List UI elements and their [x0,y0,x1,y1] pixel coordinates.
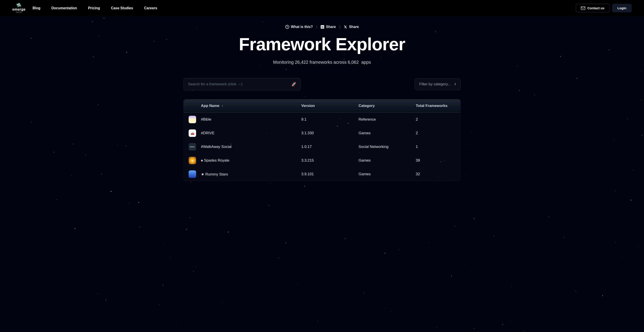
th-version[interactable]: Version [301,104,358,108]
sort-arrow-icon: ↑ [222,104,223,108]
th-app-name[interactable]: App Name ↑ [201,104,301,108]
what-is-this-label: What is this? [291,25,313,29]
td-name: #Bible [201,117,301,122]
chevrons-icon: ▲▼ [454,83,456,85]
ufo-icon: 🛸 [16,3,22,8]
x-icon: 𝕏 [344,25,347,29]
contact-label: Contact us [588,6,604,10]
nav-careers[interactable]: Careers [144,6,157,10]
rocket-icon: 🚀 [292,82,296,87]
app-icon: ♠ [188,157,196,164]
logo[interactable]: 🛸 emerge tools [12,3,26,13]
td-version: 3.3.215 [301,158,358,163]
th-name-label: App Name [201,104,220,108]
logo-subtext: tools [16,11,22,13]
td-version: 1.0.17 [301,145,358,149]
table-container: App Name ↑ Version Category Total Framew… [179,99,465,181]
app-icon: SOCIAL [188,143,196,150]
td-total: 2 [416,117,456,122]
th-icon [188,104,201,108]
subtitle-prefix: Monitoring 26,422 frameworks across 6,06… [273,60,359,65]
th-total[interactable]: Total Frameworks [416,104,456,108]
app-icon: 🚗 [188,129,196,137]
th-category[interactable]: Category [358,104,416,108]
navbar: 🛸 emerge tools Blog Documentation Pricin… [0,0,644,16]
main-content: ? What is this? | in Share | 𝕏 Share Fra… [0,16,644,190]
nav-documentation[interactable]: Documentation [51,6,77,10]
share-linkedin-link[interactable]: in Share [321,25,336,29]
td-name: ★ Rummy Stars [201,172,301,177]
divider: | [340,25,340,29]
contact-button[interactable]: Contact us [576,4,610,12]
td-total: 1 [416,145,456,149]
svg-rect-0 [581,7,585,10]
td-total: 39 [416,158,456,163]
nav-case-studies[interactable]: Case Studies [111,6,133,10]
share-x-link[interactable]: 𝕏 Share [344,25,359,29]
td-category: Games [358,131,416,135]
td-total: 2 [416,131,456,135]
td-name: #DRIVE [201,131,301,135]
td-name: #WalkAway Social [201,145,301,149]
page-title: Framework Explorer [0,34,644,54]
nav-links: Blog Documentation Pricing Case Studies … [32,6,157,10]
td-category: Games [358,158,416,163]
nav-blog[interactable]: Blog [32,6,40,10]
subtitle: Monitoring 26,422 frameworks across 6,06… [0,60,644,65]
td-category: Games [358,172,416,176]
td-icon: SOCIAL [188,143,201,150]
td-icon [188,116,201,123]
what-is-this-link[interactable]: ? What is this? [285,25,313,29]
td-category: Social Networking [358,145,416,149]
share-x-label: Share [349,25,359,29]
td-name: ♠ Spades Royale [201,158,301,163]
td-version: 3.1.330 [301,131,358,135]
subtitle-suffix: apps [362,60,371,65]
login-button[interactable]: Login [612,4,632,12]
td-total: 32 [416,172,456,176]
search-box[interactable]: 🚀 [183,78,301,90]
table-row[interactable]: ★ Rummy Stars 3.9.101 Games 32 [183,167,461,181]
share-linkedin-label: Share [326,25,336,29]
table-row[interactable]: SOCIAL #WalkAway Social 1.0.17 Social Ne… [183,140,461,154]
filter-label: Filter by category... [419,82,451,86]
apps-table: App Name ↑ Version Category Total Framew… [183,99,461,181]
app-icon [188,116,196,123]
divider: | [316,25,317,29]
app-icon [188,171,196,178]
filter-dropdown[interactable]: Filter by category... ▲▼ [415,78,461,90]
td-icon: 🚗 [188,129,201,137]
td-category: Reference [358,117,416,122]
envelope-icon [581,7,585,10]
help-icon: ? [285,25,289,29]
td-icon: ♠ [188,157,201,164]
table-row[interactable]: #Bible 9.1 Reference 2 [183,113,461,126]
table-body: #Bible 9.1 Reference 2 🚗 #DRIVE 3.1.330 … [183,113,461,181]
table-header: App Name ↑ Version Category Total Framew… [183,99,461,113]
td-version: 9.1 [301,117,358,122]
td-version: 3.9.101 [301,172,358,176]
controls-row: 🚀 Filter by category... ▲▼ [179,78,465,90]
linkedin-icon: in [321,25,324,29]
hero: ? What is this? | in Share | 𝕏 Share Fra… [0,25,644,65]
nav-right: Contact us Login [576,4,632,12]
table-row[interactable]: ♠ ♠ Spades Royale 3.3.215 Games 39 [183,154,461,167]
nav-pricing[interactable]: Pricing [88,6,100,10]
td-icon [188,171,201,178]
hero-top-links: ? What is this? | in Share | 𝕏 Share [0,25,644,29]
table-row[interactable]: 🚗 #DRIVE 3.1.330 Games 2 [183,126,461,140]
search-input[interactable] [188,82,292,86]
